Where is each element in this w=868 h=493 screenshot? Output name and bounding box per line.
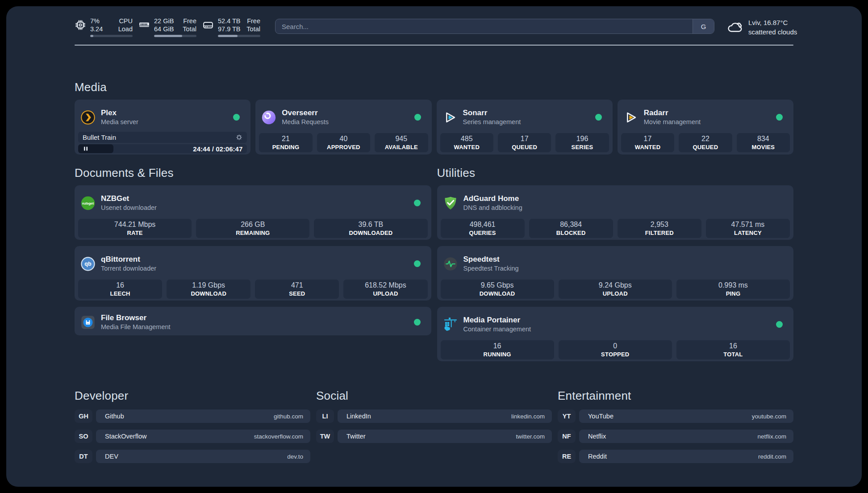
cpu-load-label: Load [118,25,133,33]
service-description: Container management [463,325,531,333]
search-input[interactable] [275,19,693,33]
service-description: Media File Management [101,323,171,331]
portainer-icon [443,317,458,332]
service-card-speedtest[interactable]: Speedtest Speedtest Tracking 9.65 GbpsDO… [437,246,794,301]
service-description: Torrent downloader [101,264,156,272]
status-dot [776,321,783,328]
stat-label: LATENCY [734,229,762,237]
service-name[interactable]: NZBGet [101,194,157,203]
cpu-load: 3.24 [90,25,103,33]
service-name[interactable]: Overseerr [282,109,329,117]
documents-column: Documents & Files nzbget NZBGet Usenet d… [75,166,431,361]
section-title-entertainment: Entertainment [558,389,793,403]
bookmark-url: stackoverflow.com [254,433,303,440]
service-card-nzbget[interactable]: nzbget NZBGet Usenet downloader 744.21 M… [75,185,431,240]
stat-box: 47.571 msLATENCY [706,219,790,238]
search-provider-button[interactable]: G [693,19,714,33]
service-card-filebrowser[interactable]: File Browser Media File Management [75,307,431,335]
service-card-sonarr[interactable]: Sonarr Series management 485WANTED 17QUE… [437,100,613,155]
service-name[interactable]: Speedtest [463,255,519,264]
stat-box: 2,953FILTERED [618,219,701,238]
bookmark-netflix[interactable]: NF Netflixnetflix.com [558,430,793,443]
bookmark-abbr: NF [558,430,576,443]
playback-progress-bar[interactable]: 24:44 / 02:06:47 [78,144,247,153]
bookmark-name[interactable]: StackOverflow [105,433,146,440]
stat-label: PENDING [272,143,300,151]
bookmark-group-entertainment: Entertainment YT YouTubeyoutube.com NF N… [558,389,793,463]
stat-value: 47.571 ms [731,220,765,229]
service-card-portainer[interactable]: Media Portainer Container management 16R… [437,307,794,361]
stat-box: 9.24 GbpsUPLOAD [559,280,672,299]
bookmark-dev[interactable]: DT DEVdev.to [75,450,310,463]
service-card-overseerr[interactable]: Overseerr Media Requests 21PENDING 40APP… [255,100,431,155]
service-name[interactable]: File Browser [101,313,171,322]
service-card-adguard[interactable]: AdGuard Home DNS and adblocking 498,461Q… [437,185,794,240]
bookmark-twitter[interactable]: TW Twittertwitter.com [316,430,552,443]
weather-condition: scattered clouds [748,27,797,37]
cpu-usage-label: CPU [119,17,133,25]
stat-box: 945AVAILABLE [375,133,428,152]
disk-free-label: Free [247,17,260,25]
stat-value: 0.993 ms [718,281,748,290]
plex-icon [80,110,96,125]
radarr-icon [623,110,638,125]
dashboard-panel: 7%CPU 3.24Load 22 GiBFree [6,6,862,487]
service-name[interactable]: AdGuard Home [463,194,522,203]
bookmark-url: youtube.com [752,413,786,420]
bookmark-github[interactable]: GH Githubgithub.com [75,409,310,423]
stat-box: 196SERIES [555,133,609,152]
bookmark-abbr: LI [316,409,334,423]
stat-value: 21 [282,134,290,143]
service-name[interactable]: Media Portainer [463,316,531,325]
stat-box: 0.993 msPING [676,280,790,299]
pause-icon[interactable] [83,146,89,152]
svg-text:qb: qb [84,261,92,267]
stat-box: 16RUNNING [441,340,554,359]
nzbget-icon: nzbget [80,196,96,211]
divider [75,45,793,46]
memory-total-label: Total [183,25,196,33]
bookmark-name[interactable]: LinkedIn [346,413,371,420]
bookmark-reddit[interactable]: RE Redditreddit.com [558,450,793,463]
service-card-radarr[interactable]: Radarr Movie management 17WANTED 22QUEUE… [618,100,793,155]
stat-value: 2,953 [651,220,668,229]
bookmark-youtube[interactable]: YT YouTubeyoutube.com [558,409,793,423]
stat-label: UPLOAD [373,290,398,297]
stat-label: BLOCKED [556,229,586,237]
stat-box: 498,461QUERIES [441,219,525,238]
stat-value: 471 [291,281,303,290]
memory-icon [138,19,150,31]
memory-progress-bar [154,35,196,37]
speedtest-icon [443,256,458,272]
service-name[interactable]: Radarr [644,109,701,117]
bookmark-group-developer: Developer GH Githubgithub.com SO StackOv… [75,389,310,463]
service-name[interactable]: Sonarr [463,109,521,117]
bookmark-name[interactable]: DEV [105,453,118,460]
media-row: Plex Media server Bullet Train [75,100,793,155]
service-description: Media server [101,118,138,126]
service-card-qbittorrent[interactable]: qb qBittorrent Torrent downloader 16LEEC… [75,246,431,301]
service-card-plex[interactable]: Plex Media server Bullet Train [75,100,250,155]
bookmark-stackoverflow[interactable]: SO StackOverflowstackoverflow.com [75,430,310,443]
bookmark-url: reddit.com [758,453,786,460]
bookmark-name[interactable]: Netflix [588,433,606,440]
weather-widget: Lviv, 16.87°C scattered clouds [726,18,793,37]
stat-label: UPLOAD [603,290,628,297]
service-name[interactable]: Plex [101,109,138,117]
bookmark-linkedin[interactable]: LI LinkedInlinkedin.com [316,409,552,423]
stat-value: 498,461 [470,220,496,229]
bookmark-name[interactable]: YouTube [588,413,613,420]
bookmark-name[interactable]: Reddit [588,453,607,460]
qbittorrent-icon: qb [80,256,96,272]
bookmark-name[interactable]: Github [105,413,124,420]
stat-label: APPROVED [327,143,360,151]
bookmark-url: linkedin.com [511,413,545,420]
bookmark-url: netflix.com [757,433,786,440]
bookmark-abbr: YT [558,409,576,423]
bookmark-name[interactable]: Twitter [346,433,366,440]
stat-value: 22 [701,134,709,143]
service-name[interactable]: qBittorrent [101,255,156,264]
settings-icon[interactable] [236,134,242,141]
status-dot [414,200,421,206]
stat-value: 485 [461,134,473,143]
